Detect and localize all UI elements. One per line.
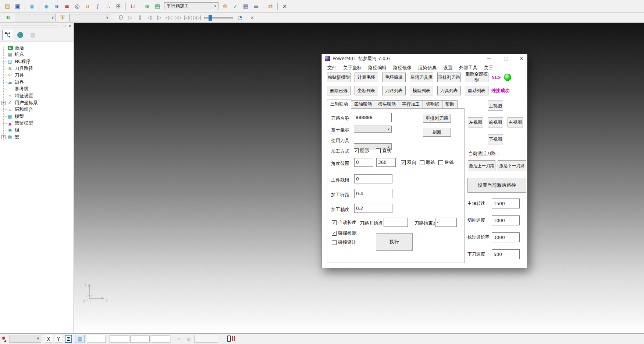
go-to-start-button[interactable]: |◁◁ [183, 14, 192, 22]
strategy-form-icon[interactable]: ▤ [153, 1, 162, 11]
tool-compare-icon[interactable]: ⇄ [266, 1, 275, 11]
tree-item-stock-models[interactable]: + ▲ 残留模型 [0, 120, 74, 127]
fast-forward-button[interactable]: ▷▷ [174, 14, 182, 22]
block-icon[interactable]: ◆ [42, 1, 51, 11]
step-forward-button[interactable]: |▷ [154, 14, 163, 22]
toolholder-icon[interactable]: ⊔ [128, 1, 137, 11]
dialog-titlebar[interactable]: PowerMILL 忆梦星河 7.0.6 — □ × [322, 54, 527, 63]
menu-item[interactable]: 文件 [324, 64, 340, 72]
tab-3axis[interactable]: 三轴联动 [327, 99, 351, 109]
explorer-tree-tab[interactable] [2, 30, 13, 40]
tree-item-tools[interactable]: + Ψ 刀具 [0, 72, 74, 79]
view-top-button[interactable]: 上视图 [488, 101, 503, 111]
start-point-input[interactable] [384, 218, 408, 227]
close-button[interactable]: × [516, 54, 527, 63]
stock-allowance-input[interactable] [354, 174, 392, 183]
base-coordinate-select[interactable]: ∨ [354, 126, 392, 133]
tree-item-macros[interactable]: + ▤ 宏 [0, 134, 74, 141]
tab-tilt-head[interactable]: 摆头联动 [375, 100, 399, 109]
cursor-x-field[interactable] [110, 336, 129, 343]
end-point-input[interactable] [435, 218, 457, 227]
rearrange-toolpath-button[interactable]: 重排列刀路 [423, 114, 451, 123]
checkbox-box[interactable] [332, 220, 337, 225]
tool-block-icon[interactable]: ⊞ [114, 1, 123, 11]
boundary-icon[interactable]: ∪ [83, 1, 92, 11]
tab-saw[interactable]: 切割锯 [423, 100, 442, 109]
delete-all-models-button[interactable]: 删除全部模型 [465, 73, 488, 82]
draw-mode-icon[interactable] [1, 336, 7, 342]
step-back-button[interactable]: ◁| [145, 14, 154, 22]
set-active-path-button[interactable]: 设置当前激活路径 [467, 178, 526, 193]
panel-float-button[interactable]: ⊡ [61, 24, 67, 28]
active-toolpath-icon[interactable]: ≋ [143, 1, 152, 11]
tool-library-button[interactable]: 星河刀具库 [410, 73, 433, 82]
zlevel-toolpath-icon[interactable]: ≡ [63, 1, 71, 11]
tree-item-levels-sets[interactable]: + ≡ 层和组合 [0, 106, 74, 113]
explorer-trash-tab[interactable] [27, 30, 38, 40]
expand-toggle-icon[interactable]: + [1, 101, 6, 105]
checkbox-box[interactable] [420, 160, 424, 165]
slider-handle[interactable] [209, 15, 212, 21]
grid-toggle-button[interactable]: ▦ [75, 335, 85, 343]
open-project-icon[interactable]: ▨ [3, 1, 12, 11]
curve-edit-icon[interactable]: ∫ [93, 1, 102, 11]
panel-close-button[interactable]: × [67, 24, 72, 28]
view-front-button[interactable]: 前视图 [488, 117, 503, 127]
compute-block-button[interactable]: 计算毛坯 [355, 73, 378, 82]
play-button[interactable]: ▷ [126, 14, 135, 22]
tree-item-machine-tool[interactable]: + ▦ 机床 [0, 52, 74, 59]
shaded-model-icon[interactable]: ◉ [28, 1, 36, 11]
feed-rate-input[interactable] [492, 232, 520, 242]
axis-x-button[interactable]: X [45, 335, 52, 343]
view-bottom-button[interactable]: 下视图 [488, 134, 503, 144]
conventional-mill-checkbox[interactable]: 逆铣 [438, 159, 454, 166]
feed-rate-input[interactable] [492, 199, 520, 208]
delete-selected-button[interactable]: 删除已选 [327, 86, 351, 95]
straight-checkbox[interactable]: 直线 [376, 148, 391, 154]
view-right-button[interactable]: 右视图 [508, 117, 523, 127]
edit-block-button[interactable]: 毛坯编辑 [382, 73, 406, 82]
auto-length-checkbox[interactable]: 自动长度 [332, 220, 356, 226]
stepover-input[interactable] [354, 189, 392, 198]
checkbox-box[interactable] [354, 148, 359, 153]
raster-toolpath-icon[interactable]: ≋ [52, 1, 61, 11]
circular-checkbox[interactable]: 圆形 [354, 148, 369, 154]
checkbox-box[interactable] [332, 240, 337, 245]
tree-item-feature-sets[interactable]: + ⌂ 特征设置 [0, 92, 74, 99]
cursor-z-field[interactable] [151, 336, 170, 343]
tab-help[interactable]: 帮助 [442, 100, 458, 109]
menu-item[interactable]: 外部工具 [456, 64, 481, 72]
toolpath-list-button[interactable]: 刀路列表 [382, 86, 406, 95]
tree-item-toolpaths[interactable]: + ≋ 刀具路径 [0, 65, 74, 72]
climb-mill-checkbox[interactable]: 顺铣 [420, 159, 435, 166]
ruler-icon[interactable]: ▬ [252, 1, 260, 11]
angle-to-input[interactable] [376, 158, 396, 167]
minimize-button[interactable]: — [484, 54, 495, 63]
sim-toolbar-close-button[interactable]: × [248, 14, 256, 22]
checkbox-box[interactable] [438, 160, 443, 165]
save-project-icon[interactable]: ▣ [13, 1, 22, 11]
checkbox-box[interactable] [332, 231, 337, 236]
simulation-speed-slider[interactable] [204, 14, 233, 21]
tool-list-button[interactable]: 刀具列表 [437, 86, 461, 95]
tree-item-nc-programs[interactable]: + ▤ NC程序 [0, 58, 74, 65]
axis-z-button[interactable]: Z [65, 335, 72, 343]
toolpath-name-input[interactable] [354, 113, 392, 122]
points-icon[interactable]: ∴ [104, 1, 113, 11]
sim-tool-select[interactable]: ∨ [69, 14, 110, 21]
checkbox-box[interactable] [401, 160, 406, 165]
simulation-clock-icon[interactable]: ◔ [235, 14, 244, 22]
axis-y-button[interactable]: Y [55, 335, 62, 343]
strategy-dropdown[interactable]: 平行精加工 ∨ [164, 2, 218, 10]
clipboard-pause-icon[interactable] [227, 335, 236, 343]
feed-rate-input[interactable] [492, 215, 520, 225]
verify-toolpath-icon[interactable]: ✓ [231, 1, 240, 11]
expand-toggle-icon[interactable]: + [1, 135, 6, 139]
collision-avoid-checkbox[interactable]: 碰撞避让 [332, 239, 356, 246]
activate-prev-toolpath-button[interactable]: 激活上一刀路 [468, 160, 495, 171]
coordinate-list-button[interactable]: 坐标列表 [355, 86, 378, 95]
tree-item-patterns[interactable]: + ∴ 参考线 [0, 86, 74, 93]
explorer-globe-tab[interactable] [15, 30, 26, 40]
calculator-icon[interactable]: ▦ [241, 1, 250, 11]
menu-item[interactable]: 关于 [481, 64, 497, 72]
